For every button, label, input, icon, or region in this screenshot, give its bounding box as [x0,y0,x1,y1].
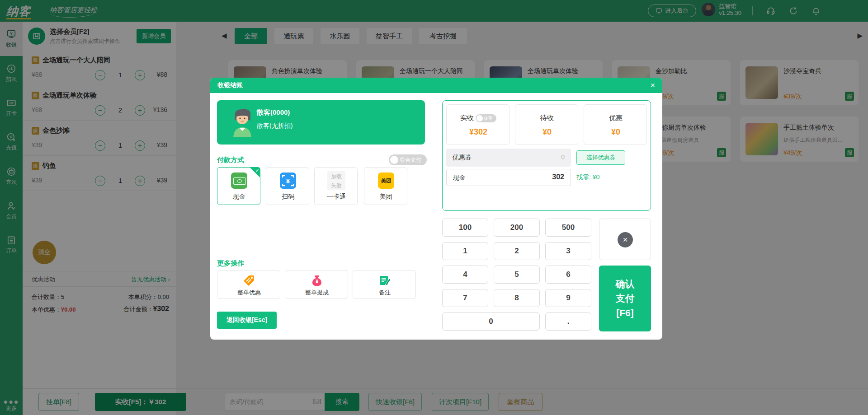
modal-title: 收银结账 [217,81,243,89]
numpad-key[interactable]: 1 [442,242,488,260]
discount-card: 优惠 ¥0 [584,104,647,145]
received-value: ¥302 [447,127,510,137]
coupon-field[interactable]: 优惠券 0 [446,149,571,167]
pending-value: ¥0 [515,127,579,137]
remark-button[interactable]: 备注 [353,270,416,299]
payment-method-label: 付款方式 [217,156,244,164]
numpad-key[interactable]: 4 [442,266,488,284]
load-failed-placeholder: 加载 失败 [327,171,345,190]
amount-summary-box: 实收 抹零 ¥302 待收 ¥0 优惠 ¥0 优惠券 0 选择优惠券 现金 30… [442,100,651,211]
customer-level: 散客(无折扣) [257,122,292,130]
pending-label: 待收 [540,114,554,122]
discount-label: 优惠 [609,114,623,122]
change-due: 找零: ¥0 [576,173,599,182]
numpad-key[interactable]: 3 [545,242,591,260]
coupon-label: 优惠券 [453,154,472,162]
cash-label: 现金 [453,174,466,182]
back-to-cashier-button[interactable]: 返回收银[Esc] [217,312,277,329]
coupon-count: 0 [561,154,565,161]
order-commission-button[interactable]: ¥ 整单提成 [285,270,348,299]
pos-screen: 纳客 纳客管店更轻松 进入后台 益智馆 v1.25.30 ¥ [0,0,868,415]
pay-method-cash[interactable]: 现金 ✓ [217,167,260,205]
numpad-key-dot[interactable]: . [545,312,591,331]
confirm-pay-button[interactable]: 确认 支付 [F6] [599,266,651,331]
close-icon[interactable]: × [650,80,655,90]
svg-text:¥: ¥ [286,177,290,185]
round-off-toggle[interactable]: 抹零 [476,114,496,122]
tag-icon [243,274,255,287]
money-bag-icon: ¥ [311,274,323,287]
numpad-key[interactable]: 9 [545,289,591,307]
numpad-key[interactable]: 500 [545,219,591,237]
checkout-modal: 收银结账 × 散客(0000) 散客(无折扣) 付款方式 联合支付 [210,78,662,340]
received-card: 实收 抹零 ¥302 [446,104,509,145]
svg-text:¥: ¥ [316,279,318,284]
note-pen-icon [378,274,391,287]
pay-method-meituan[interactable]: 美团 美团 [364,167,407,205]
numpad-key[interactable]: 6 [545,266,591,284]
numpad-key[interactable]: 100 [442,219,488,237]
cash-amount-field[interactable]: 现金 302 [446,169,571,186]
joint-pay-toggle[interactable]: 联合支付 [389,154,427,165]
numpad-key[interactable]: 2 [494,242,540,260]
cash-value: 302 [552,173,564,181]
customer-name: 散客(0000) [257,108,290,117]
selected-check-icon: ✓ [250,167,260,178]
select-coupon-button[interactable]: 选择优惠券 [576,150,625,165]
backspace-button[interactable]: ✕ [599,219,651,260]
order-discount-button[interactable]: 整单优惠 [217,270,280,299]
backspace-icon: ✕ [618,232,633,247]
pending-card: 待收 ¥0 [515,104,578,145]
numpad-key[interactable]: 8 [494,289,540,307]
pay-method-onecard[interactable]: 加载 失败 一卡通 [314,167,358,205]
discount-value: ¥0 [584,127,647,137]
numpad-key[interactable]: 7 [442,289,488,307]
customer-avatar [231,107,254,137]
more-operations-label: 更多操作 [217,259,244,268]
pay-method-scan[interactable]: ¥ 扫码 [266,167,309,205]
meituan-icon: 美团 [378,173,394,189]
numpad-key[interactable]: 200 [494,219,540,237]
received-label: 实收 [460,114,474,122]
modal-header: 收银结账 × [210,78,662,93]
numpad-key-zero[interactable]: 0 [442,312,540,331]
toggle-knob [390,156,398,164]
customer-card[interactable]: 散客(0000) 散客(无折扣) [217,100,425,145]
numpad-key[interactable]: 5 [494,266,540,284]
cash-icon [231,173,247,189]
scan-qr-icon: ¥ [280,173,296,189]
